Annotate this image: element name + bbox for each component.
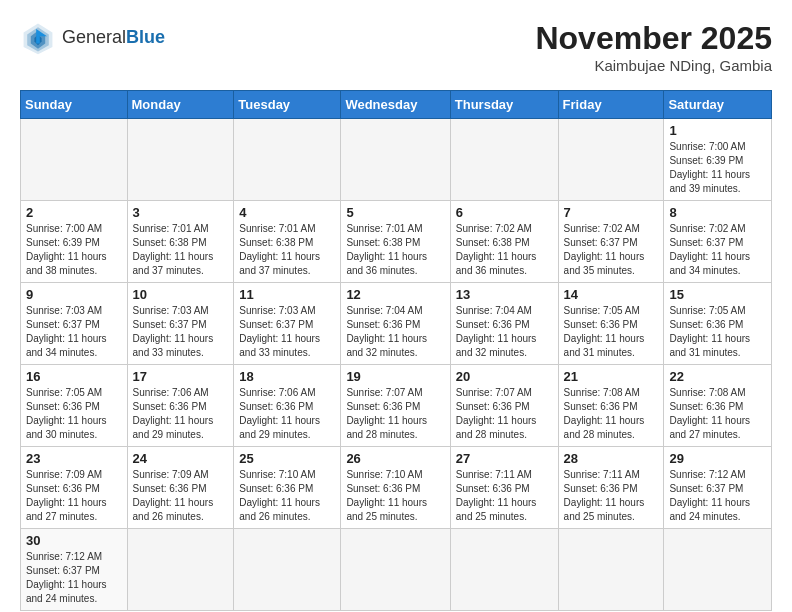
- day-number: 13: [456, 287, 553, 302]
- day-info: Sunrise: 7:02 AM Sunset: 6:38 PM Dayligh…: [456, 222, 553, 278]
- day-number: 8: [669, 205, 766, 220]
- calendar-cell: [234, 529, 341, 611]
- week-row-1: 2Sunrise: 7:00 AM Sunset: 6:39 PM Daylig…: [21, 201, 772, 283]
- day-number: 28: [564, 451, 659, 466]
- day-info: Sunrise: 7:03 AM Sunset: 6:37 PM Dayligh…: [239, 304, 335, 360]
- calendar-cell: 17Sunrise: 7:06 AM Sunset: 6:36 PM Dayli…: [127, 365, 234, 447]
- day-number: 23: [26, 451, 122, 466]
- week-row-3: 16Sunrise: 7:05 AM Sunset: 6:36 PM Dayli…: [21, 365, 772, 447]
- day-info: Sunrise: 7:02 AM Sunset: 6:37 PM Dayligh…: [669, 222, 766, 278]
- day-number: 18: [239, 369, 335, 384]
- day-info: Sunrise: 7:05 AM Sunset: 6:36 PM Dayligh…: [26, 386, 122, 442]
- calendar-cell: [127, 529, 234, 611]
- day-info: Sunrise: 7:00 AM Sunset: 6:39 PM Dayligh…: [26, 222, 122, 278]
- day-info: Sunrise: 7:10 AM Sunset: 6:36 PM Dayligh…: [239, 468, 335, 524]
- calendar-cell: [558, 529, 664, 611]
- day-info: Sunrise: 7:09 AM Sunset: 6:36 PM Dayligh…: [26, 468, 122, 524]
- calendar-cell: 21Sunrise: 7:08 AM Sunset: 6:36 PM Dayli…: [558, 365, 664, 447]
- calendar-cell: 22Sunrise: 7:08 AM Sunset: 6:36 PM Dayli…: [664, 365, 772, 447]
- calendar-cell: [341, 529, 450, 611]
- day-number: 5: [346, 205, 444, 220]
- calendar-cell: 30Sunrise: 7:12 AM Sunset: 6:37 PM Dayli…: [21, 529, 128, 611]
- day-info: Sunrise: 7:08 AM Sunset: 6:36 PM Dayligh…: [564, 386, 659, 442]
- calendar-cell: [127, 119, 234, 201]
- day-info: Sunrise: 7:12 AM Sunset: 6:37 PM Dayligh…: [669, 468, 766, 524]
- calendar-cell: 28Sunrise: 7:11 AM Sunset: 6:36 PM Dayli…: [558, 447, 664, 529]
- day-number: 29: [669, 451, 766, 466]
- day-number: 25: [239, 451, 335, 466]
- logo-text: GeneralBlue: [62, 28, 165, 48]
- day-number: 6: [456, 205, 553, 220]
- day-number: 3: [133, 205, 229, 220]
- calendar-cell: 9Sunrise: 7:03 AM Sunset: 6:37 PM Daylig…: [21, 283, 128, 365]
- calendar-cell: 29Sunrise: 7:12 AM Sunset: 6:37 PM Dayli…: [664, 447, 772, 529]
- weekday-header-sunday: Sunday: [21, 91, 128, 119]
- calendar-cell: 13Sunrise: 7:04 AM Sunset: 6:36 PM Dayli…: [450, 283, 558, 365]
- weekday-header-row: SundayMondayTuesdayWednesdayThursdayFrid…: [21, 91, 772, 119]
- calendar: SundayMondayTuesdayWednesdayThursdayFrid…: [20, 90, 772, 611]
- day-info: Sunrise: 7:08 AM Sunset: 6:36 PM Dayligh…: [669, 386, 766, 442]
- day-number: 11: [239, 287, 335, 302]
- day-number: 24: [133, 451, 229, 466]
- calendar-cell: 20Sunrise: 7:07 AM Sunset: 6:36 PM Dayli…: [450, 365, 558, 447]
- calendar-cell: [21, 119, 128, 201]
- logo-blue: Blue: [126, 27, 165, 47]
- calendar-cell: 7Sunrise: 7:02 AM Sunset: 6:37 PM Daylig…: [558, 201, 664, 283]
- day-number: 20: [456, 369, 553, 384]
- weekday-header-wednesday: Wednesday: [341, 91, 450, 119]
- page: GeneralBlue November 2025 Kaimbujae NDin…: [0, 0, 792, 612]
- calendar-cell: 4Sunrise: 7:01 AM Sunset: 6:38 PM Daylig…: [234, 201, 341, 283]
- week-row-5: 30Sunrise: 7:12 AM Sunset: 6:37 PM Dayli…: [21, 529, 772, 611]
- day-number: 22: [669, 369, 766, 384]
- weekday-header-thursday: Thursday: [450, 91, 558, 119]
- logo-icon: [20, 20, 56, 56]
- logo-general: General: [62, 27, 126, 47]
- day-info: Sunrise: 7:01 AM Sunset: 6:38 PM Dayligh…: [239, 222, 335, 278]
- header: GeneralBlue November 2025 Kaimbujae NDin…: [20, 20, 772, 74]
- calendar-cell: 26Sunrise: 7:10 AM Sunset: 6:36 PM Dayli…: [341, 447, 450, 529]
- month-year: November 2025: [535, 20, 772, 57]
- day-info: Sunrise: 7:11 AM Sunset: 6:36 PM Dayligh…: [564, 468, 659, 524]
- day-number: 17: [133, 369, 229, 384]
- calendar-cell: [234, 119, 341, 201]
- calendar-cell: [664, 529, 772, 611]
- weekday-header-friday: Friday: [558, 91, 664, 119]
- calendar-cell: 24Sunrise: 7:09 AM Sunset: 6:36 PM Dayli…: [127, 447, 234, 529]
- title-block: November 2025 Kaimbujae NDing, Gambia: [535, 20, 772, 74]
- day-info: Sunrise: 7:12 AM Sunset: 6:37 PM Dayligh…: [26, 550, 122, 606]
- day-info: Sunrise: 7:07 AM Sunset: 6:36 PM Dayligh…: [346, 386, 444, 442]
- day-number: 16: [26, 369, 122, 384]
- calendar-cell: [558, 119, 664, 201]
- calendar-cell: 11Sunrise: 7:03 AM Sunset: 6:37 PM Dayli…: [234, 283, 341, 365]
- day-number: 21: [564, 369, 659, 384]
- day-info: Sunrise: 7:05 AM Sunset: 6:36 PM Dayligh…: [564, 304, 659, 360]
- day-info: Sunrise: 7:01 AM Sunset: 6:38 PM Dayligh…: [133, 222, 229, 278]
- day-number: 14: [564, 287, 659, 302]
- calendar-cell: 8Sunrise: 7:02 AM Sunset: 6:37 PM Daylig…: [664, 201, 772, 283]
- day-info: Sunrise: 7:05 AM Sunset: 6:36 PM Dayligh…: [669, 304, 766, 360]
- weekday-header-monday: Monday: [127, 91, 234, 119]
- day-number: 7: [564, 205, 659, 220]
- calendar-cell: 3Sunrise: 7:01 AM Sunset: 6:38 PM Daylig…: [127, 201, 234, 283]
- day-info: Sunrise: 7:03 AM Sunset: 6:37 PM Dayligh…: [26, 304, 122, 360]
- day-info: Sunrise: 7:06 AM Sunset: 6:36 PM Dayligh…: [133, 386, 229, 442]
- logo-text-block: GeneralBlue: [62, 28, 165, 48]
- calendar-cell: 27Sunrise: 7:11 AM Sunset: 6:36 PM Dayli…: [450, 447, 558, 529]
- day-number: 19: [346, 369, 444, 384]
- day-number: 27: [456, 451, 553, 466]
- day-info: Sunrise: 7:11 AM Sunset: 6:36 PM Dayligh…: [456, 468, 553, 524]
- calendar-cell: 1Sunrise: 7:00 AM Sunset: 6:39 PM Daylig…: [664, 119, 772, 201]
- calendar-cell: 15Sunrise: 7:05 AM Sunset: 6:36 PM Dayli…: [664, 283, 772, 365]
- calendar-cell: [341, 119, 450, 201]
- calendar-cell: 6Sunrise: 7:02 AM Sunset: 6:38 PM Daylig…: [450, 201, 558, 283]
- day-number: 12: [346, 287, 444, 302]
- day-number: 15: [669, 287, 766, 302]
- location: Kaimbujae NDing, Gambia: [535, 57, 772, 74]
- day-number: 9: [26, 287, 122, 302]
- calendar-cell: 16Sunrise: 7:05 AM Sunset: 6:36 PM Dayli…: [21, 365, 128, 447]
- calendar-cell: 23Sunrise: 7:09 AM Sunset: 6:36 PM Dayli…: [21, 447, 128, 529]
- calendar-cell: 10Sunrise: 7:03 AM Sunset: 6:37 PM Dayli…: [127, 283, 234, 365]
- calendar-cell: 12Sunrise: 7:04 AM Sunset: 6:36 PM Dayli…: [341, 283, 450, 365]
- day-info: Sunrise: 7:00 AM Sunset: 6:39 PM Dayligh…: [669, 140, 766, 196]
- calendar-cell: 25Sunrise: 7:10 AM Sunset: 6:36 PM Dayli…: [234, 447, 341, 529]
